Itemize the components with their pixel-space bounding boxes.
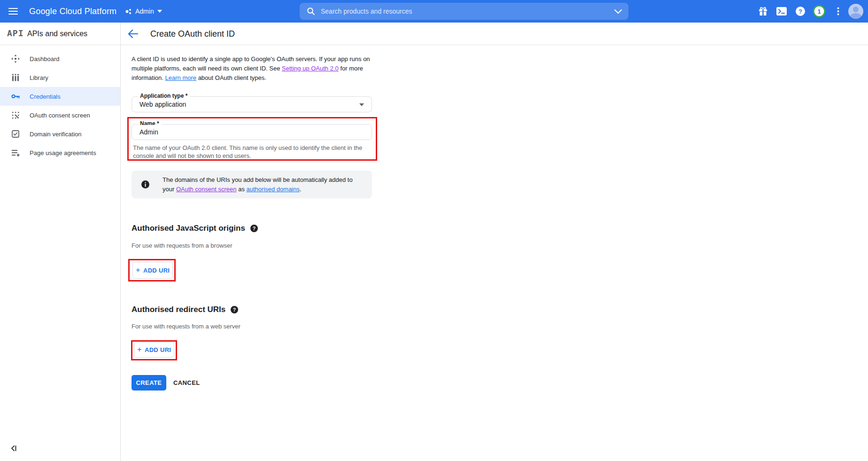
gcp-logo[interactable]: Google Cloud Platform <box>29 0 116 23</box>
dropdown-arrow-icon <box>359 103 364 106</box>
create-button[interactable]: CREATE <box>132 375 166 391</box>
plus-icon: + <box>137 345 142 353</box>
info-box-text: The domains of the URIs you add below wi… <box>163 175 353 194</box>
app-bar: Google Cloud Platform Admin <box>0 0 868 23</box>
redirect-uris-heading: Authorised redirect URIs <box>132 305 225 314</box>
api-logo: API <box>7 28 24 38</box>
redirect-uris-help-icon[interactable]: ? <box>231 306 238 313</box>
setting-up-oauth-link[interactable]: Setting up OAuth 2.0 <box>282 65 339 72</box>
more-vert-icon[interactable] <box>829 2 847 21</box>
redirect-uris-heading-row: Authorised redirect URIs ? <box>132 305 238 314</box>
sidebar: Dashboard Library Credentials <box>0 45 120 461</box>
intro-line1: A client ID is used to identify a single… <box>132 55 370 63</box>
application-type-select[interactable]: Application type * Web application <box>132 96 372 112</box>
js-origins-heading-row: Authorised JavaScript origins ? <box>132 224 258 233</box>
js-origins-heading: Authorised JavaScript origins <box>132 224 245 233</box>
intro-line2b: for more <box>339 65 363 72</box>
project-icon <box>125 8 132 15</box>
domain-verification-icon <box>11 130 20 138</box>
add-uri-redirect-button[interactable]: + ADD URI <box>134 342 174 358</box>
notifications-badge[interactable]: 1 <box>810 2 829 21</box>
back-arrow-icon[interactable] <box>127 28 139 39</box>
svg-text:?: ? <box>798 8 802 15</box>
search-bar[interactable] <box>300 3 628 20</box>
add-uri-origins-button[interactable]: + ADD URI <box>132 262 173 279</box>
sidebar-item-page-usage[interactable]: Page usage agreements <box>0 143 120 162</box>
sidebar-item-label: Dashboard <box>30 55 60 63</box>
sidebar-item-dashboard[interactable]: Dashboard <box>0 49 120 68</box>
learn-more-link[interactable]: Learn more <box>165 74 196 81</box>
sidebar-item-label: Library <box>30 74 48 81</box>
chevron-down-icon <box>157 10 162 13</box>
name-field[interactable]: Name * <box>132 124 372 140</box>
js-origins-help-icon[interactable]: ? <box>250 225 258 232</box>
collapse-sidebar-icon[interactable] <box>9 444 19 453</box>
cloud-shell-icon[interactable] <box>772 2 791 21</box>
js-origins-subtext: For use with requests from a browser <box>132 242 232 249</box>
intro-line2a: multiple platforms, each will need its o… <box>132 65 282 72</box>
consent-screen-icon <box>11 111 20 119</box>
search-expand-chevron-icon[interactable] <box>614 9 622 14</box>
svg-text:?: ? <box>253 226 256 231</box>
page-title: Create OAuth client ID <box>150 23 235 45</box>
project-name: Admin <box>135 8 154 15</box>
appbar-actions: ? 1 <box>753 0 868 23</box>
gift-icon[interactable] <box>753 2 772 21</box>
info-icon <box>141 180 149 190</box>
name-helper-text: The name of your OAuth 2.0 client. This … <box>133 144 362 160</box>
sub-header: API APIs and services Create OAuth clien… <box>0 23 868 45</box>
library-icon <box>11 73 20 82</box>
sidebar-item-label: Page usage agreements <box>30 149 96 156</box>
cancel-button[interactable]: CANCEL <box>173 375 200 391</box>
dashboard-icon <box>11 55 20 63</box>
search-input[interactable] <box>321 8 614 15</box>
svg-text:?: ? <box>233 307 236 313</box>
product-name: APIs and services <box>27 23 87 45</box>
intro-line3a: information. <box>132 74 165 81</box>
page-usage-icon <box>11 148 20 157</box>
project-switcher[interactable]: Admin <box>125 0 162 23</box>
avatar[interactable] <box>848 4 863 19</box>
svg-text:1: 1 <box>817 8 821 15</box>
name-input[interactable] <box>140 125 365 139</box>
search-icon <box>307 7 315 16</box>
redirect-uris-subtext: For use with requests from a web server <box>132 323 240 330</box>
application-type-value: Web application <box>140 97 186 112</box>
info-box: The domains of the URIs you add below wi… <box>132 171 372 198</box>
key-icon <box>11 92 20 101</box>
intro-paragraph: A client ID is used to identify a single… <box>132 55 370 83</box>
intro-line3b: about OAuth client types. <box>196 74 266 81</box>
sidebar-item-label: OAuth consent screen <box>30 112 90 119</box>
sidebar-item-label: Domain verification <box>30 131 82 138</box>
sidebar-item-library[interactable]: Library <box>0 68 120 87</box>
sidebar-item-label: Credentials <box>30 93 61 100</box>
authorised-domains-link[interactable]: authorised domains <box>247 186 300 193</box>
menu-icon[interactable] <box>8 6 19 16</box>
plus-icon: + <box>136 266 140 274</box>
main-content: A client ID is used to identify a single… <box>121 45 868 461</box>
sidebar-item-credentials[interactable]: Credentials <box>0 87 120 106</box>
oauth-consent-screen-link[interactable]: OAuth consent screen <box>176 186 237 193</box>
sidebar-item-domain-verification[interactable]: Domain verification <box>0 125 120 143</box>
help-icon[interactable]: ? <box>791 2 810 21</box>
sidebar-item-oauth-consent[interactable]: OAuth consent screen <box>0 106 120 125</box>
